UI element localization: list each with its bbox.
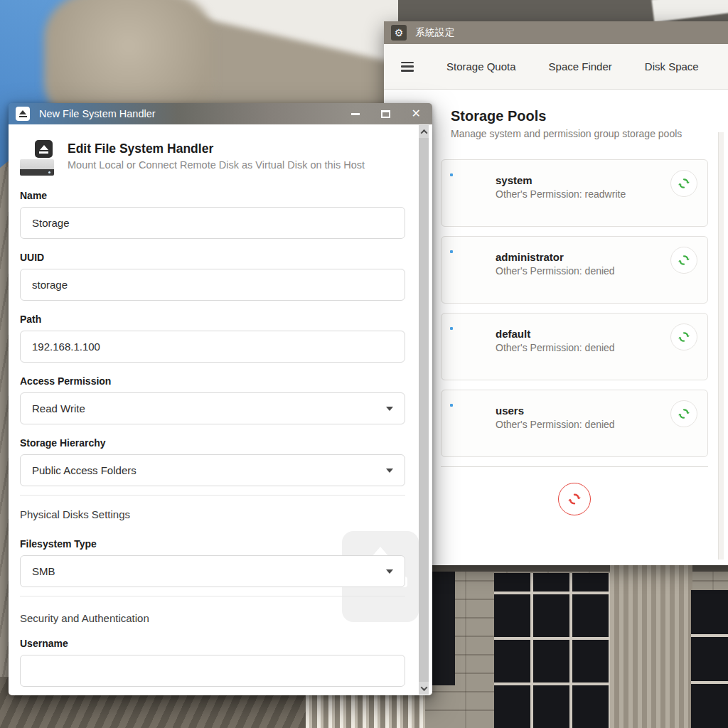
refresh-icon [677,253,691,267]
scroll-up-icon[interactable] [419,125,429,138]
pool-permission: Other's Permission: denied [496,342,615,353]
tab-disk-space[interactable]: Disk Space [645,60,699,73]
storage-hierarchy-select[interactable]: Public Access Folders [20,454,405,486]
pool-name: system [496,174,626,186]
chevron-down-icon [386,469,393,473]
refresh-all-button[interactable] [558,483,591,515]
dialog-header: Edit File System Handler Mount Local or … [20,140,405,177]
disk-eject-icon [20,140,58,177]
background-window [431,572,455,685]
background-window-grid [494,573,611,728]
field-path: Path [20,314,405,363]
pool-text: users Other's Permission: denied [496,405,615,430]
uuid-input[interactable] [20,269,405,301]
filesystem-type-select[interactable]: SMB [20,555,405,587]
field-name: Name [20,190,405,239]
chevron-down-icon [386,569,393,574]
storage-hierarchy-label: Storage Hierarchy [20,437,405,449]
pool-text: default Other's Permission: denied [496,328,615,353]
field-access-permission: Access Permission Read Write [20,375,405,424]
dialog-title: New File System Handler [39,108,351,119]
refresh-pool-button[interactable] [670,400,697,427]
chevron-down-icon [386,407,393,411]
pool-card-default[interactable]: default Other's Permission: denied [441,313,708,380]
access-permission-label: Access Permission [20,375,405,387]
access-permission-select[interactable]: Read Write [20,392,405,424]
tab-space-finder[interactable]: Space Finder [549,60,612,73]
background-window-narrow [691,590,728,728]
filesystem-type-value: SMB [32,565,55,577]
pool-list-divider [441,466,708,467]
dialog-heading: Edit File System Handler [68,141,365,156]
section-security: Security and Authentication [20,612,405,625]
page-title: Storage Pools [451,108,728,124]
refresh-icon [677,407,691,421]
pool-name: administrator [496,251,615,263]
path-input[interactable] [20,331,405,363]
section-physical-disks: Physical Disks Settings [20,508,405,521]
settings-window: ⚙ 系統設定 Storage Quota Space Finder Disk S… [384,21,728,565]
tab-storage-quota[interactable]: Storage Quota [446,60,516,73]
refresh-icon [677,176,691,191]
settings-titlebar[interactable]: ⚙ 系統設定 [384,21,728,44]
field-username: Username [20,638,405,687]
access-permission-value: Read Write [32,402,85,414]
name-label: Name [20,190,405,202]
file-system-handler-dialog: New File System Handler ✕ Edit File Syst… [9,103,432,695]
section-divider [20,596,405,596]
name-input[interactable] [20,207,405,239]
field-filesystem-type: Filesystem Type SMB [20,538,405,587]
minimize-icon[interactable] [351,113,360,115]
scroll-down-icon[interactable] [419,682,429,695]
refresh-pool-button[interactable] [670,247,697,274]
pool-permission: Other's Permission: readwrite [496,188,626,200]
background-fluted-pier [610,565,692,728]
pool-card-users[interactable]: users Other's Permission: denied [441,390,708,457]
pool-text: system Other's Permission: readwrite [496,174,626,200]
pool-text: administrator Other's Permission: denied [496,251,615,277]
pool-name: users [496,405,615,417]
pool-permission: Other's Permission: denied [496,419,615,430]
field-uuid: UUID [20,252,405,301]
pool-name: default [496,328,615,340]
path-label: Path [20,314,405,326]
pool-card-administrator[interactable]: administrator Other's Permission: denied [441,236,708,304]
pool-card-system[interactable]: system Other's Permission: readwrite [441,159,708,227]
filesystem-type-label: Filesystem Type [20,538,405,550]
settings-scrollbar[interactable] [718,132,724,560]
page-subtitle: Manage system and permission group stora… [451,128,728,139]
dialog-titlebar[interactable]: New File System Handler ✕ [9,103,432,124]
storage-hierarchy-value: Public Access Folders [32,464,136,476]
maximize-icon[interactable] [381,110,390,118]
close-icon[interactable]: ✕ [412,108,421,119]
uuid-label: UUID [20,252,405,264]
username-input[interactable] [20,655,405,687]
pool-permission: Other's Permission: denied [496,265,615,277]
settings-window-title: 系統設定 [415,26,455,39]
desktop: ⚙ 系統設定 Storage Quota Space Finder Disk S… [0,0,728,728]
field-storage-hierarchy: Storage Hierarchy Public Access Folders [20,437,405,486]
window-controls: ✕ [351,108,421,119]
settings-content: Storage Pools Manage system and permissi… [384,90,728,565]
eject-disk-icon [16,107,30,121]
refresh-pool-button[interactable] [670,323,697,350]
dialog-subheading: Mount Local or Connect Remote Disk as Vi… [68,159,365,171]
pool-list: system Other's Permission: readwrite adm… [441,159,708,515]
dialog-body: Edit File System Handler Mount Local or … [9,124,432,695]
section-divider [20,495,405,496]
username-label: Username [20,638,405,650]
refresh-icon [567,491,582,507]
refresh-pool-button[interactable] [670,170,697,197]
refresh-icon [677,330,691,344]
gear-icon: ⚙ [391,25,407,41]
settings-toolbar: Storage Quota Space Finder Disk Space [384,44,728,90]
hamburger-menu-icon[interactable] [401,62,414,72]
dialog-scrollbar[interactable] [419,125,429,695]
